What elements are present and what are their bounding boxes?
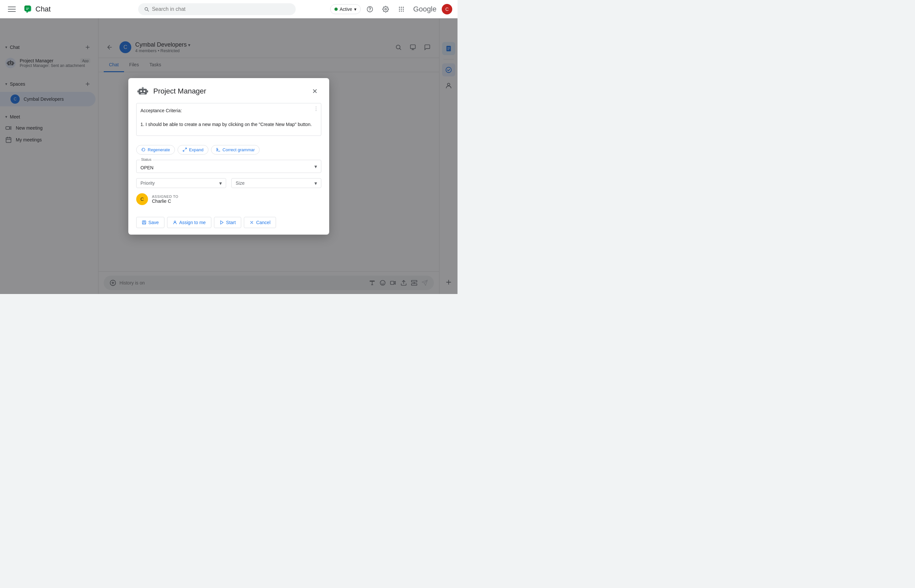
cancel-label: Cancel: [256, 220, 270, 225]
svg-rect-40: [137, 90, 139, 92]
assigned-info: ASSIGNED TO Charlie C: [152, 195, 178, 204]
save-label: Save: [148, 220, 159, 225]
assigned-label: ASSIGNED TO: [152, 195, 178, 199]
app-logo: Chat: [22, 4, 50, 15]
svg-point-7: [403, 6, 404, 8]
assign-person-icon: [173, 220, 177, 225]
assigned-initial: C: [141, 197, 144, 202]
priority-select[interactable]: Priority ▾: [136, 178, 226, 188]
hamburger-icon: [8, 5, 16, 13]
apps-button[interactable]: [395, 3, 408, 16]
svg-point-13: [403, 11, 404, 11]
status-label: Active: [339, 6, 352, 12]
correct-grammar-button[interactable]: Correct grammar: [211, 145, 260, 155]
task-description-textarea[interactable]: Acceptance Criteria: 1. I should be able…: [136, 103, 321, 136]
svg-point-8: [399, 8, 400, 10]
svg-point-11: [399, 11, 400, 11]
apps-icon: [398, 6, 405, 13]
ai-actions: Regenerate Expand Correct grammar: [136, 145, 321, 155]
start-button[interactable]: Start: [214, 217, 242, 228]
svg-point-12: [401, 11, 402, 11]
assigned-avatar: C: [136, 193, 148, 205]
correct-grammar-label: Correct grammar: [223, 147, 255, 152]
settings-button[interactable]: [379, 3, 392, 16]
assign-to-me-label: Assign to me: [179, 220, 206, 225]
size-dropdown-icon: ▾: [314, 180, 317, 186]
svg-point-6: [401, 6, 402, 8]
status-value: OPEN: [141, 165, 154, 170]
status-chip[interactable]: Active ▾: [330, 4, 361, 14]
modal-title: Project Manager: [153, 87, 206, 95]
textarea-resize-handle[interactable]: ⋮: [314, 106, 318, 112]
textarea-container: Acceptance Criteria: 1. I should be able…: [136, 103, 321, 141]
help-button[interactable]: [363, 3, 377, 16]
status-chevron-icon: ▾: [354, 6, 356, 12]
search-bar[interactable]: [138, 3, 296, 15]
regenerate-icon: [141, 147, 146, 152]
svg-rect-41: [147, 90, 148, 92]
modal-header: Project Manager ✕: [128, 78, 329, 103]
google-logo: Google: [413, 5, 436, 13]
app-title: Chat: [36, 5, 50, 13]
help-icon: [367, 6, 373, 13]
svg-point-9: [401, 8, 402, 10]
assign-to-me-button[interactable]: Assign to me: [167, 217, 211, 228]
modal-overlay: Project Manager ✕ Acceptance Criteria: 1…: [0, 18, 457, 294]
priority-value: Priority: [141, 181, 155, 186]
size-value: Size: [236, 181, 244, 186]
save-button[interactable]: Save: [136, 217, 165, 228]
user-avatar[interactable]: C: [442, 4, 452, 15]
svg-point-5: [399, 6, 400, 8]
svg-point-39: [142, 87, 144, 88]
svg-rect-42: [142, 221, 146, 224]
search-icon: [144, 6, 149, 12]
svg-rect-1: [26, 8, 29, 8]
modal-robot-icon: [136, 85, 149, 98]
cancel-icon: [249, 220, 254, 225]
search-input[interactable]: [152, 6, 290, 12]
svg-point-4: [370, 10, 370, 11]
assigned-section: C ASSIGNED TO Charlie C: [136, 193, 321, 205]
status-dot-icon: [335, 8, 338, 11]
cancel-button[interactable]: Cancel: [244, 217, 276, 228]
priority-dropdown-icon: ▾: [219, 180, 222, 186]
expand-button[interactable]: Expand: [178, 145, 209, 155]
modal-body: Acceptance Criteria: 1. I should be able…: [128, 103, 329, 213]
svg-rect-37: [144, 90, 145, 92]
svg-rect-36: [141, 90, 142, 92]
assigned-name: Charlie C: [152, 199, 178, 204]
status-select[interactable]: Status OPEN ▾: [136, 160, 321, 173]
svg-point-43: [174, 221, 176, 223]
regenerate-button[interactable]: Regenerate: [136, 145, 175, 155]
svg-point-10: [403, 8, 404, 10]
modal: Project Manager ✕ Acceptance Criteria: 1…: [128, 78, 329, 234]
modal-close-button[interactable]: ✕: [308, 85, 321, 98]
chat-logo-icon: [22, 4, 33, 15]
correct-grammar-icon: [216, 147, 221, 152]
priority-size-row: Priority ▾ Size ▾: [136, 178, 321, 188]
play-icon: [220, 220, 224, 225]
expand-icon: [183, 147, 187, 152]
status-dropdown-icon: ▾: [314, 163, 317, 169]
size-select[interactable]: Size ▾: [231, 178, 321, 188]
expand-label: Expand: [189, 147, 204, 152]
modal-footer: Save Assign to me Start Cancel: [128, 213, 329, 234]
start-label: Start: [226, 220, 236, 225]
settings-icon: [382, 6, 389, 13]
svg-rect-2: [26, 9, 28, 10]
status-field: Status OPEN ▾: [136, 160, 321, 173]
regenerate-label: Regenerate: [148, 147, 170, 152]
save-icon: [142, 220, 146, 225]
status-field-label: Status: [140, 157, 153, 162]
hamburger-menu-button[interactable]: [5, 3, 18, 16]
